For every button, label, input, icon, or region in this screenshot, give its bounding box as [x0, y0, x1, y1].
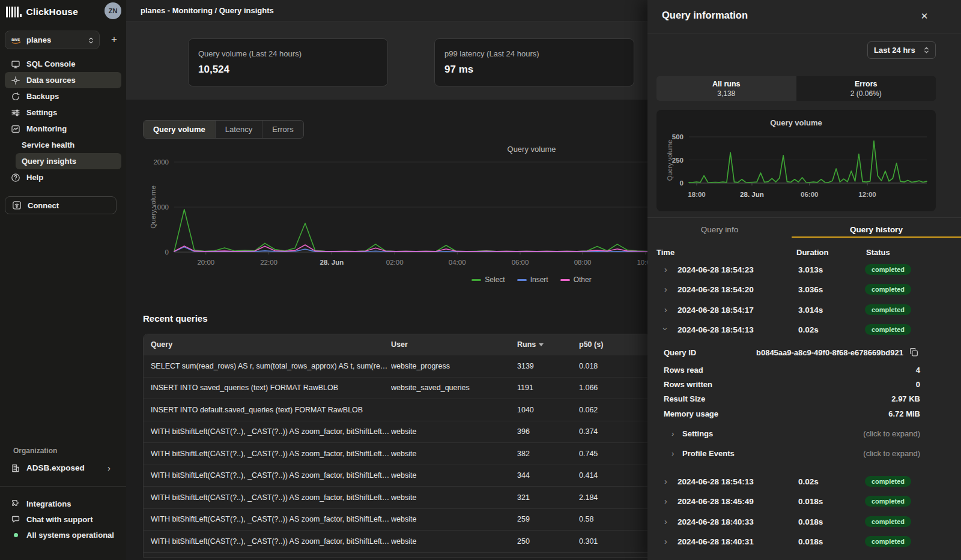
tab-query-history[interactable]: Query history [792, 221, 961, 237]
copy-icon[interactable] [909, 348, 919, 358]
organization-label: Organization [13, 447, 57, 455]
cell-p50: 0.58 [579, 515, 639, 523]
history-row[interactable]: ›2024-06-28 18:54:233.013scompleted [647, 259, 961, 279]
chevron-right-icon[interactable]: › [664, 477, 667, 486]
svg-text:06:00: 06:00 [512, 259, 529, 266]
detail-label: Result Size [664, 394, 705, 403]
history-row[interactable]: ›2024-06-28 18:40:310.018scompleted [647, 531, 961, 551]
col-status: Status [866, 248, 890, 257]
sidebar-item-label: Backups [26, 92, 59, 101]
data-sources-icon [11, 76, 20, 85]
col-runs[interactable]: Runs [517, 340, 579, 349]
sidebar-nav: SQL ConsoleData sourcesBackupsSettingsMo… [0, 56, 126, 185]
run-time: 2024-06-28 18:40:33 [678, 517, 754, 526]
updown-chevron-icon [88, 36, 94, 44]
table-row[interactable]: INSERT INTO default.saved_queries (text)… [144, 399, 647, 421]
sidebar-item-backups[interactable]: Backups [5, 88, 121, 104]
cell-p50: 0.745 [579, 450, 639, 458]
monitoring-icon [11, 124, 20, 134]
tab-query-info[interactable]: Query info [647, 221, 792, 237]
sidebar-item-label: Service health [22, 140, 74, 149]
clickhouse-logo-icon [6, 7, 22, 17]
time-range-select[interactable]: Last 24 hrs [867, 41, 936, 59]
expandable-settings[interactable]: ›Settings(click to expand) [647, 425, 961, 442]
run-time: 2024-06-28 18:54:17 [678, 305, 754, 314]
legend-label: Insert [530, 275, 548, 284]
history-row[interactable]: ›2024-06-28 18:45:490.018scompleted [647, 491, 961, 511]
footer-item-all-systems-operational[interactable]: All systems operational [5, 527, 121, 543]
col-duration: Duration [796, 248, 828, 257]
chevron-right-icon[interactable]: › [664, 305, 667, 315]
sidebar-item-service-health[interactable]: Service health [16, 137, 121, 153]
sidebar-item-query-insights[interactable]: Query insights [16, 153, 121, 169]
close-icon[interactable]: ✕ [918, 10, 931, 23]
user-avatar[interactable]: ZN [105, 2, 121, 19]
brand-row[interactable]: ClickHouse [6, 4, 78, 20]
main-content: planes - Monitoring / Query insights Que… [126, 0, 647, 560]
sidebar-item-help[interactable]: Help [5, 169, 121, 185]
col-p50[interactable]: p50 (s) [579, 340, 639, 349]
history-row[interactable]: ›2024-06-28 18:54:130.02scompleted [647, 319, 961, 339]
table-row[interactable]: INSERT INTO saved_queries (text) FORMAT … [144, 377, 647, 399]
segment-errors[interactable]: Errors 2 (0.06%) [796, 76, 936, 101]
history-row[interactable]: ›2024-06-28 18:54:130.02scompleted [647, 471, 961, 491]
chart-tab-query-volume[interactable]: Query volume [144, 121, 215, 138]
breadcrumb: planes - Monitoring / Query insights [126, 0, 647, 22]
table-row[interactable]: WITH bitShiftLeft(CAST(?..), _CAST(?..))… [144, 508, 647, 531]
detail-label: Query ID [664, 348, 696, 357]
svg-text:20:00: 20:00 [197, 259, 214, 266]
status-badge: completed [865, 324, 911, 335]
updown-chevron-icon [924, 46, 929, 54]
expandable-profile-events[interactable]: ›Profile Events(click to expand) [647, 445, 961, 462]
footer-item-chat-with-support[interactable]: Chat with support [5, 511, 121, 527]
chevron-right-icon[interactable]: › [664, 285, 667, 294]
query-volume-chart: 01000200020:0022:0028. Jun02:0004:0006:0… [144, 144, 647, 271]
organization-item[interactable]: ADSB.exposed › [5, 460, 117, 476]
legend-item-select[interactable]: Select [471, 275, 505, 284]
detail-row-query-id: Query IDb0845aa9-a8c9-49f0-8f68-e678669b… [647, 345, 961, 360]
chevron-right-icon[interactable]: › [664, 496, 667, 506]
col-user[interactable]: User [391, 340, 517, 349]
add-service-button[interactable]: + [107, 31, 121, 48]
svg-text:06:00: 06:00 [801, 191, 818, 198]
legend-item-other[interactable]: Other [560, 275, 592, 284]
chevron-right-icon: › [671, 449, 674, 458]
cell-query: WITH bitShiftLeft(CAST(?..), _CAST(?..))… [144, 471, 391, 480]
status-badge: completed [865, 476, 911, 487]
sidebar-item-settings[interactable]: Settings [5, 104, 121, 121]
chevron-right-icon[interactable]: › [664, 517, 667, 526]
table-row[interactable]: WITH bitShiftLeft(CAST(?..), _CAST(?..))… [144, 486, 647, 508]
status-badge: completed [865, 284, 911, 295]
table-row[interactable]: WITH bitShiftLeft(CAST(?..), _CAST(?..))… [144, 530, 647, 552]
chevron-down-icon[interactable]: › [661, 327, 670, 330]
chart-legend: SelectInsertOther [426, 275, 637, 284]
history-row[interactable]: ›2024-06-28 18:40:330.018scompleted [647, 511, 961, 531]
sidebar-item-sql-console[interactable]: SQL Console [5, 56, 121, 72]
table-row[interactable]: WITH bitShiftLeft(CAST(?..), _CAST(?..))… [144, 442, 647, 465]
connect-label: Connect [28, 201, 59, 210]
sidebar-item-data-sources[interactable]: Data sources [5, 72, 121, 88]
chevron-right-icon[interactable]: › [664, 537, 667, 546]
cell-runs: 3139 [517, 362, 579, 370]
chart-tab-errors[interactable]: Errors [262, 121, 303, 138]
segment-all-runs[interactable]: All runs 3,138 [656, 76, 796, 101]
run-duration: 0.018s [798, 496, 823, 505]
table-row[interactable]: WITH bitShiftLeft(CAST(?..), _CAST(?..))… [144, 465, 647, 487]
service-selector[interactable]: aws planes [5, 31, 100, 49]
chevron-right-icon[interactable]: › [664, 265, 667, 274]
history-row[interactable]: ›2024-06-28 18:54:173.014scompleted [647, 300, 961, 319]
cell-p50: 0.018 [579, 362, 639, 370]
connect-button[interactable]: Connect [5, 196, 117, 214]
detail-value: 4 [916, 366, 920, 375]
legend-marker [517, 279, 527, 281]
legend-item-insert[interactable]: Insert [517, 275, 548, 284]
svg-text:0: 0 [680, 179, 684, 187]
table-row[interactable]: WITH bitShiftLeft(CAST(?..), _CAST(?..))… [144, 421, 647, 443]
chart-tab-latency[interactable]: Latency [215, 121, 262, 138]
sidebar-item-monitoring[interactable]: Monitoring [5, 121, 121, 137]
footer-item-integrations[interactable]: Integrations [5, 496, 121, 511]
cell-runs: 382 [517, 450, 579, 458]
history-row[interactable]: ›2024-06-28 18:54:203.036scompleted [647, 279, 961, 299]
table-row[interactable]: SELECT sum(read_rows) AS r, sum(total_ro… [144, 355, 647, 377]
col-query[interactable]: Query [144, 340, 391, 349]
